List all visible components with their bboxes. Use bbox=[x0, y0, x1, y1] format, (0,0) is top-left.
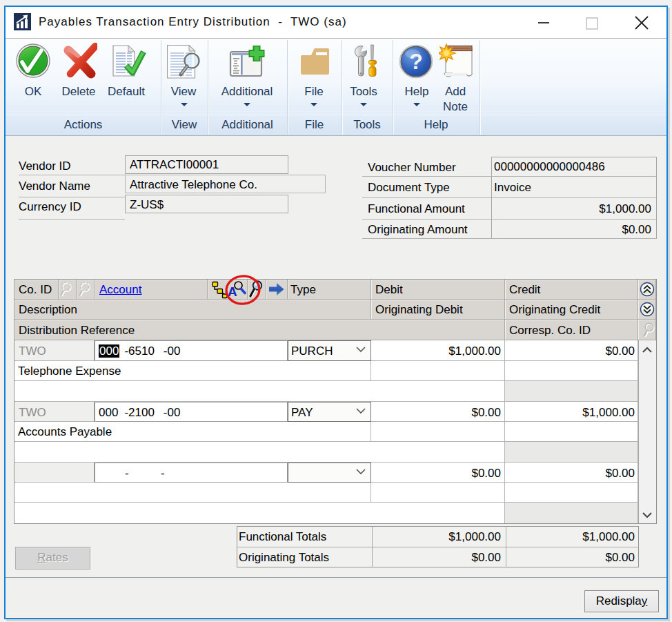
svg-text:?: ? bbox=[409, 49, 423, 74]
